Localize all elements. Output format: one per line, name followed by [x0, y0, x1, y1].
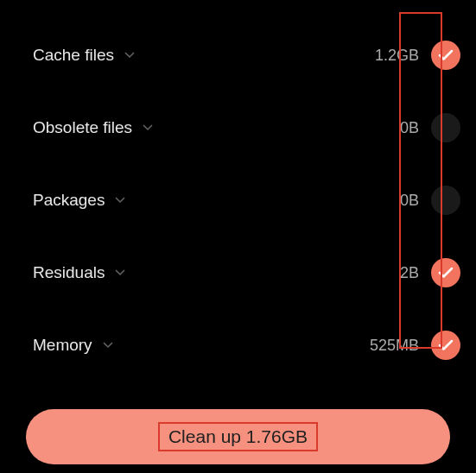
item-size: 2B: [400, 264, 419, 282]
item-row-obsolete-files[interactable]: Obsolete files 0B: [33, 91, 460, 164]
cleanup-items-list: Cache files 1.2GB Obsolete files 0B Pack…: [0, 0, 476, 382]
checkbox-cache-files[interactable]: [431, 41, 460, 70]
chevron-down-icon: [124, 52, 135, 59]
item-label: Cache files: [33, 46, 114, 65]
item-row-packages[interactable]: Packages 0B: [33, 164, 460, 236]
item-label: Obsolete files: [33, 118, 132, 137]
chevron-down-icon: [115, 197, 125, 204]
chevron-down-icon: [143, 124, 153, 131]
item-label: Memory: [33, 336, 92, 355]
item-size: 525MB: [370, 337, 419, 355]
checkbox-packages[interactable]: [431, 186, 460, 215]
item-size: 0B: [400, 119, 419, 137]
checkbox-residuals[interactable]: [431, 258, 460, 287]
item-size: 0B: [400, 192, 419, 210]
cleanup-button-label: Clean up 1.76GB: [168, 426, 308, 446]
item-row-residuals[interactable]: Residuals 2B: [33, 236, 460, 309]
checkbox-obsolete-files[interactable]: [431, 113, 460, 142]
chevron-down-icon: [115, 269, 125, 276]
annotation-highlight-button-text: Clean up 1.76GB: [158, 422, 318, 451]
item-row-memory[interactable]: Memory 525MB: [33, 309, 460, 382]
item-row-cache-files[interactable]: Cache files 1.2GB: [33, 19, 460, 91]
cleanup-button[interactable]: Clean up 1.76GB: [26, 409, 450, 464]
checkbox-memory[interactable]: [431, 331, 460, 360]
item-size: 1.2GB: [375, 47, 419, 65]
chevron-down-icon: [103, 342, 113, 349]
item-label: Residuals: [33, 263, 105, 282]
item-label: Packages: [33, 191, 105, 210]
